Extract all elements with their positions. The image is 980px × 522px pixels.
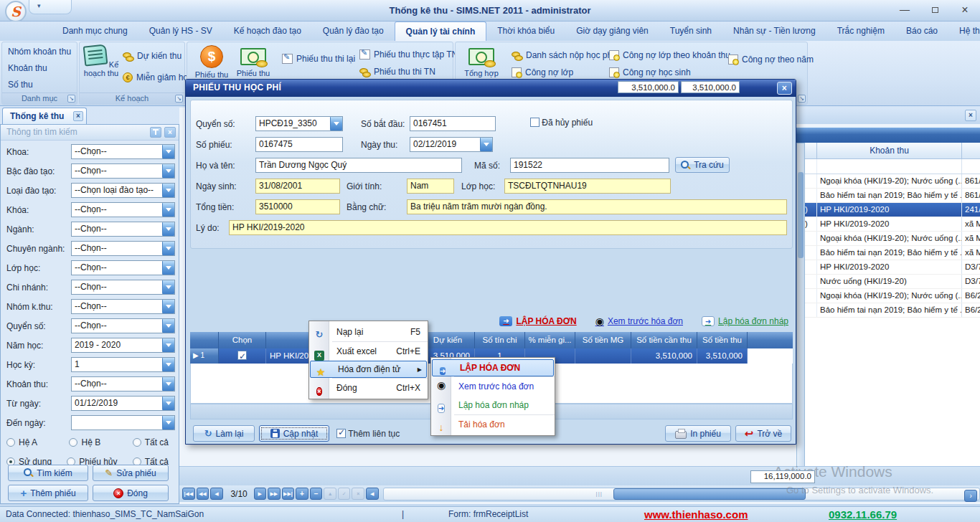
ribbon-item-cong-no-hoc-sinh[interactable]: Công nợ học sinh — [609, 67, 691, 77]
submenu-item-tai-hoa-don[interactable]: ↓ Tải hóa đơn — [431, 415, 555, 434]
dialog-close-icon[interactable]: × — [777, 82, 792, 95]
ribbon-button-ke-hoach-thu[interactable]: Kế hoạch thu — [81, 45, 121, 77]
tab-danh-muc-chung[interactable]: Danh mục chung — [52, 22, 138, 41]
chevron-down-icon[interactable] — [162, 280, 174, 294]
table-row[interactable]: Ngoại khóa (HKI/19-20); Nước uống (...B6… — [805, 289, 980, 303]
tra-cuu-button[interactable]: Tra cứu — [675, 157, 730, 173]
pin-icon[interactable] — [150, 127, 161, 138]
checkbox-icon[interactable] — [336, 429, 346, 438]
submenu-item-xem-truoc-hoa-don[interactable]: ◉ Xem trước hóa đơn — [431, 377, 555, 396]
ngay-thu-datepicker[interactable]: 02/12/2019 — [410, 137, 493, 152]
tong-tien-input[interactable]: 3510000 — [255, 199, 340, 214]
dong-button[interactable]: ×Đóng — [93, 485, 169, 501]
tab-nhan-su-tien-luong[interactable]: Nhân sự - Tiền lương — [722, 22, 826, 41]
sua-phieu-button[interactable]: ✎Sửa phiếu — [93, 465, 169, 481]
column-header-so-tin-chi[interactable]: Số tín chi — [475, 332, 525, 348]
ribbon-item-phieu-thu-thi-lai[interactable]: Phiếu thu thi lại — [282, 54, 355, 64]
scrollbar-thumb[interactable] — [613, 488, 806, 500]
hoc-ky-select[interactable]: 1 — [71, 357, 175, 372]
so-bat-dau-input[interactable]: 0167451 — [410, 116, 496, 131]
chevron-down-icon[interactable] — [162, 261, 174, 275]
menu-item-dong[interactable]: × Đóng Ctrl+X — [309, 379, 428, 397]
group-launcher-icon[interactable]: ↘ — [798, 95, 806, 103]
minimize-button[interactable]: — — [894, 3, 915, 18]
close-button[interactable]: × — [954, 3, 976, 18]
lap-hoa-don-nhap-link[interactable]: ➜Lập hóa đơn nháp — [702, 316, 788, 326]
radio-tat-ca-1[interactable]: Tất cả — [133, 437, 169, 447]
tab-trac-nghiem[interactable]: Trắc nghiệm — [826, 22, 895, 41]
chevron-down-icon[interactable] — [162, 145, 174, 158]
row-checkbox-cell[interactable] — [219, 348, 266, 364]
chevron-down-icon[interactable] — [162, 300, 174, 313]
chuyen-nganh-select[interactable]: --Chọn-- — [71, 241, 175, 256]
website-link[interactable]: www.thienhaso.com — [644, 507, 748, 522]
column-header-khoan-thu[interactable]: Khoản thu — [816, 143, 961, 158]
ribbon-item-cong-no-theo-nam[interactable]: Công nợ theo năm — [728, 54, 814, 65]
chevron-down-icon[interactable] — [162, 319, 174, 333]
ribbon-item-nhom-khoan-thu[interactable]: Nhóm khoản thu — [8, 47, 71, 57]
scroll-right-icon[interactable]: › — [964, 490, 977, 502]
khoan-thu-select[interactable]: --Chọn-- — [71, 376, 175, 392]
lap-hoa-don-link[interactable]: ➜LẬP HÓA ĐƠN — [499, 316, 576, 326]
ribbon-item-du-kien-thu[interactable]: Dự kiến thu — [123, 51, 182, 61]
ribbon-item-so-thu[interactable]: Số thu — [8, 80, 33, 90]
close-panel-icon[interactable]: × — [965, 110, 976, 121]
bang-chu-input[interactable]: Ba triệu năm trăm mười ngàn đồng. — [407, 199, 787, 214]
tim-kiem-button[interactable]: Tìm kiếm — [8, 465, 88, 481]
them-phieu-button[interactable]: +Thêm phiếu — [8, 485, 88, 501]
cap-nhat-button[interactable]: Cập nhật — [259, 425, 329, 442]
commit-icon[interactable]: ✓ — [338, 488, 351, 500]
table-row[interactable]: Bảo hiểm tai nạn 2019; Bảo hiểm y tế ...… — [805, 189, 980, 203]
them-lien-tuc-checkbox[interactable]: Thêm liên tục — [336, 428, 400, 442]
tab-ke-hoach-dao-tao[interactable]: Kế hoạch đào tạo — [223, 22, 312, 41]
table-row[interactable]: Nước uống (HKI/19-20)D3/7 — [805, 275, 980, 289]
table-row[interactable]: )HP HKI/2019-2020xã Mi — [805, 217, 980, 232]
menu-item-nap-lai[interactable]: ↻ Nạp lại F5 — [309, 323, 428, 341]
column-header-so-tien-mg[interactable]: Số tiền MG — [575, 332, 631, 348]
submenu-item-lap-hoa-don-nhap[interactable]: ➜ Lập hóa đơn nháp — [431, 396, 555, 414]
quyen-so-combobox[interactable]: HPCĐ19_3350 — [255, 116, 343, 131]
lam-lai-button[interactable]: ↻Làm lại — [193, 425, 255, 442]
table-row[interactable]: Ngoại khóa (HKI/19-20); Nước uống (...xã… — [805, 232, 980, 246]
radio-he-b[interactable]: Hệ B — [69, 437, 100, 447]
ribbon-item-danh-sach-nop-hoc-phi[interactable]: Danh sách nộp học phí — [512, 50, 614, 60]
splitter-grip-icon[interactable]: ||| — [596, 490, 603, 497]
group-launcher-icon[interactable]: ↘ — [175, 95, 183, 103]
ribbon-item-phieu-thu-thuc-tap-tn[interactable]: Phiếu thu thực tập TN — [359, 49, 458, 60]
tab-he-thong[interactable]: Hệ thống — [948, 22, 980, 41]
chevron-down-icon[interactable] — [162, 184, 174, 197]
tab-bao-cao[interactable]: Báo cáo — [895, 22, 948, 41]
chevron-down-icon[interactable] — [162, 164, 174, 178]
tro-ve-button[interactable]: ↩Trở về — [735, 425, 791, 442]
prev-page-icon[interactable]: ◀ — [210, 488, 223, 500]
submenu-item-lap-hoa-don[interactable]: ➜ LẬP HÓA ĐƠN — [432, 359, 554, 376]
ribbon-item-khoan-thu[interactable]: Khoản thu — [8, 63, 47, 73]
next-group-icon[interactable]: ▶▶ — [268, 488, 281, 500]
chevron-down-icon[interactable] — [330, 117, 342, 130]
tab-quan-ly-tai-chinh[interactable]: Quản lý tài chính — [395, 22, 487, 41]
chevron-down-icon[interactable] — [162, 416, 174, 430]
lop-hoc-input[interactable]: TSCĐLTQTNHAU19 — [504, 179, 671, 194]
group-launcher-icon[interactable]: ↘ — [67, 95, 75, 103]
khoa-hoc-select[interactable]: --Chọn-- — [71, 202, 175, 217]
ho-ten-input[interactable]: Trần Dương Ngọc Quý — [255, 158, 462, 173]
prev-group-icon[interactable]: ◀◀ — [197, 488, 209, 500]
xem-truoc-hoa-don-link[interactable]: ◉Xem trước hóa đơn — [595, 316, 683, 326]
tab-quan-ly-dao-tao[interactable]: Quản lý đào tạo — [312, 22, 395, 41]
ly-do-input[interactable]: HP HKI/2019-2020 — [229, 220, 787, 235]
cancel-icon[interactable]: × — [352, 488, 364, 500]
column-header-chon[interactable]: Chọn — [219, 332, 266, 348]
chevron-down-icon[interactable] — [162, 377, 174, 391]
vertical-scrollbar[interactable] — [796, 143, 805, 467]
nhom-kthu-select[interactable]: --Chọn-- — [71, 299, 175, 314]
chevron-down-icon[interactable] — [162, 338, 174, 352]
gioi-tinh-input[interactable]: Nam — [407, 179, 454, 194]
so-phieu-input[interactable]: 0167475 — [255, 137, 343, 152]
tab-quan-ly-hs-sv[interactable]: Quản lý HS - SV — [138, 22, 223, 41]
last-page-icon[interactable]: ▶▶| — [282, 488, 295, 500]
tab-tuyen-sinh[interactable]: Tuyển sinh — [659, 22, 722, 41]
phone-number[interactable]: 0932.11.66.79 — [829, 507, 897, 522]
bac-dao-tao-select[interactable]: --Chọn-- — [71, 163, 175, 179]
table-row[interactable]: HP HKI/2019-2020D3/7 — [805, 260, 980, 275]
close-tab-icon[interactable]: × — [73, 111, 83, 121]
